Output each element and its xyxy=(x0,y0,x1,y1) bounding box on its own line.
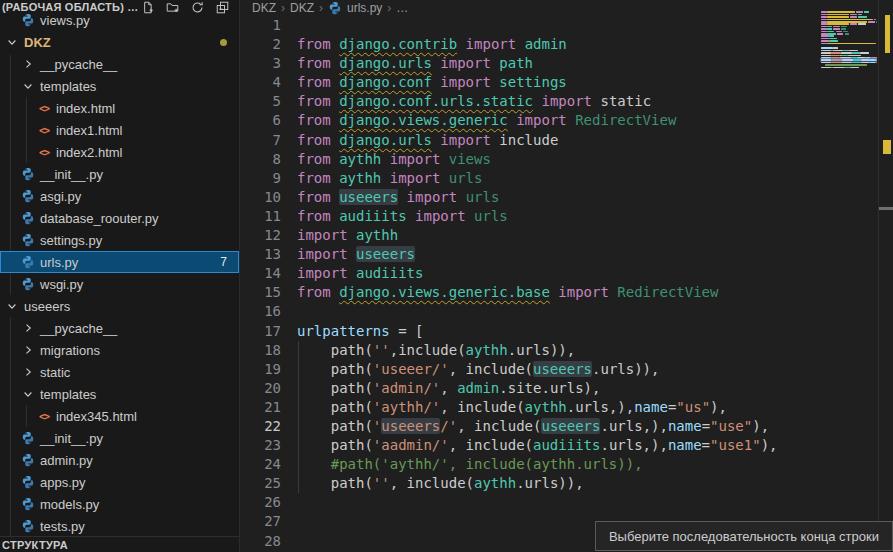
breadcrumb-item[interactable]: DKZ xyxy=(252,1,276,15)
python-file-icon xyxy=(20,475,36,489)
refresh-icon[interactable] xyxy=(191,1,204,14)
code-area[interactable]: 12from django.contrib import admin3from … xyxy=(241,16,819,552)
minimap-line-mark xyxy=(876,62,877,64)
line-number: 23 xyxy=(241,436,297,455)
chevron-down-icon[interactable] xyxy=(4,300,20,312)
tree-item-label: views.py xyxy=(40,13,90,28)
tree-item-index-html[interactable]: <>index.html xyxy=(0,97,239,119)
tree-item--init-py[interactable]: __init__.py xyxy=(0,427,239,449)
chevron-down-icon[interactable] xyxy=(20,388,36,400)
line-number: 19 xyxy=(241,360,297,379)
explorer-sidebar: (РАБОЧАЯ ОБЛАСТЬ) … views.pyDKZ__pycache… xyxy=(0,0,240,552)
tree-item--init-py[interactable]: __init__.py xyxy=(0,163,239,185)
chevron-right-icon[interactable] xyxy=(20,366,36,378)
tree-item-index345-html[interactable]: <>index345.html xyxy=(0,405,239,427)
new-file-icon[interactable] xyxy=(141,1,154,14)
code-line-3[interactable]: 3from django.urls import path xyxy=(241,54,819,73)
breadcrumb-item[interactable]: urls.py xyxy=(347,1,382,15)
code-line-content: path('aadmin/', include(audiiits.urls,),… xyxy=(297,436,777,455)
breadcrumb[interactable]: DKZ›DKZ› urls.py›… xyxy=(241,0,893,16)
tree-item--pycache-[interactable]: __pycache__ xyxy=(0,317,239,339)
code-line-26[interactable]: 26 xyxy=(241,493,819,512)
chevron-down-icon[interactable] xyxy=(20,80,36,92)
code-line-17[interactable]: 17urlpatterns = [ xyxy=(241,322,819,341)
code-line-content: import aythh xyxy=(297,226,398,245)
tree-item-apps-py[interactable]: apps.py xyxy=(0,471,239,493)
code-line-12[interactable]: 12import aythh xyxy=(241,226,819,245)
explorer-section-header[interactable]: (РАБОЧАЯ ОБЛАСТЬ) … xyxy=(0,0,239,14)
code-line-10[interactable]: 10from useeers import urls xyxy=(241,188,819,207)
tree-item-label: index2.html xyxy=(56,145,122,160)
collapse-all-icon[interactable] xyxy=(216,1,229,14)
file-tree: views.pyDKZ__pycache__templates<>index.h… xyxy=(0,9,239,537)
code-line-11[interactable]: 11from audiiits import urls xyxy=(241,207,819,226)
code-line-content: path('', include(aythh.urls)), xyxy=(297,474,584,493)
code-line-13[interactable]: 13import useeers xyxy=(241,245,819,264)
code-line-24[interactable]: 24 #path('aythh/', include(aythh.urls)), xyxy=(241,455,819,474)
chevron-right-icon[interactable] xyxy=(20,58,36,70)
tree-item-label: index1.html xyxy=(56,123,122,138)
minimap-line-mark xyxy=(837,33,844,35)
code-line-20[interactable]: 20 path('admin/', admin.site.urls), xyxy=(241,379,819,398)
code-line-content: from aythh import urls xyxy=(297,169,482,188)
tree-item-index2-html[interactable]: <>index2.html xyxy=(0,141,239,163)
outline-section-header[interactable]: СТРУКТУРА xyxy=(0,536,239,552)
code-line-14[interactable]: 14import audiiits xyxy=(241,264,819,283)
code-line-9[interactable]: 9from aythh import urls xyxy=(241,169,819,188)
code-line-8[interactable]: 8from aythh import views xyxy=(241,150,819,169)
tree-item-tests-py[interactable]: tests.py xyxy=(0,515,239,537)
line-number: 6 xyxy=(241,111,297,130)
tree-item-migrations[interactable]: migrations xyxy=(0,339,239,361)
tree-item-admin-py[interactable]: admin.py xyxy=(0,449,239,471)
line-number: 9 xyxy=(241,169,297,188)
tree-item-templates[interactable]: templates xyxy=(0,75,239,97)
code-line-6[interactable]: 6from django.views.generic import Redire… xyxy=(241,111,819,130)
tree-item-label: asgi.py xyxy=(40,189,81,204)
code-line-15[interactable]: 15from django.views.generic.base import … xyxy=(241,283,819,302)
code-line-2[interactable]: 2from django.contrib import admin xyxy=(241,35,819,54)
line-number: 28 xyxy=(241,532,297,551)
minimap-line-mark xyxy=(860,52,869,54)
tree-item-templates[interactable]: templates xyxy=(0,383,239,405)
editor-indent-guide xyxy=(298,341,299,493)
chevron-right-icon[interactable] xyxy=(20,322,36,334)
code-line-4[interactable]: 4from django.conf import settings xyxy=(241,73,819,92)
code-line-18[interactable]: 18 path('',include(aythh.urls)), xyxy=(241,341,819,360)
code-line-25[interactable]: 25 path('', include(aythh.urls)), xyxy=(241,474,819,493)
tree-item--pycache-[interactable]: __pycache__ xyxy=(0,53,239,75)
breadcrumb-item[interactable]: DKZ xyxy=(290,1,314,15)
code-line-19[interactable]: 19 path('useeer/', include(useeers.urls)… xyxy=(241,360,819,379)
code-line-content: path('useeer/', include(useeers.urls)), xyxy=(297,360,659,379)
code-line-22[interactable]: 22 path('useeers/', include(useeers.urls… xyxy=(241,417,819,436)
breadcrumb-item[interactable]: … xyxy=(396,1,408,15)
tree-item-asgi-py[interactable]: asgi.py xyxy=(0,185,239,207)
python-file-icon xyxy=(20,431,36,445)
tree-item-label: useeers xyxy=(24,299,70,314)
tree-item-useeers[interactable]: useeers xyxy=(0,295,239,317)
tree-item-dkz[interactable]: DKZ xyxy=(0,31,239,53)
code-line-16[interactable]: 16 xyxy=(241,302,819,321)
minimap-line-mark xyxy=(827,23,849,25)
tree-item-database-roouter-py[interactable]: database_roouter.py xyxy=(0,207,239,229)
minimap-line-mark xyxy=(821,47,833,49)
tree-item-models-py[interactable]: models.py xyxy=(0,493,239,515)
code-line-5[interactable]: 5from django.conf.urls.static import sta… xyxy=(241,92,819,111)
code-line-23[interactable]: 23 path('aadmin/', include(audiiits.urls… xyxy=(241,436,819,455)
chevron-right-icon[interactable] xyxy=(20,344,36,356)
minimap-line-mark xyxy=(821,52,831,54)
tree-item-static[interactable]: static xyxy=(0,361,239,383)
tree-item-wsgi-py[interactable]: wsgi.py xyxy=(0,273,239,295)
tree-item-urls-py[interactable]: urls.py7 xyxy=(0,251,239,273)
tree-item-index1-html[interactable]: <>index1.html xyxy=(0,119,239,141)
minimap-line-mark xyxy=(821,23,827,25)
new-folder-icon[interactable] xyxy=(166,1,179,14)
code-line-21[interactable]: 21 path('aythh/', include(aythh.urls,),n… xyxy=(241,398,819,417)
code-line-7[interactable]: 7from django.urls import include xyxy=(241,131,819,150)
chevron-down-icon[interactable] xyxy=(4,36,20,48)
minimap[interactable] xyxy=(820,0,877,552)
python-file-icon xyxy=(20,13,36,27)
minimap-line-mark xyxy=(856,11,863,13)
code-line-1[interactable]: 1 xyxy=(241,16,819,35)
python-file-icon xyxy=(20,233,36,247)
tree-item-settings-py[interactable]: settings.py xyxy=(0,229,239,251)
